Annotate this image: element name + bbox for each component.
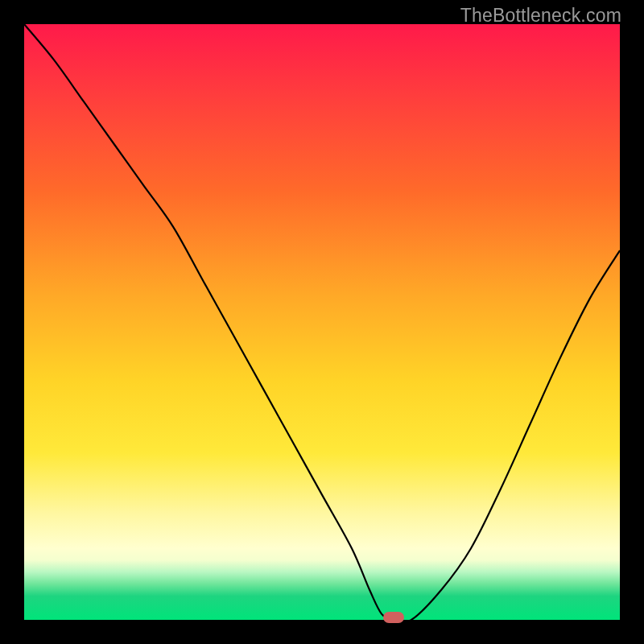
bottleneck-curve bbox=[24, 24, 620, 620]
plot-area bbox=[24, 24, 620, 620]
chart-container: TheBottleneck.com bbox=[0, 0, 644, 644]
curve-path bbox=[24, 24, 620, 622]
optimal-marker bbox=[383, 612, 404, 623]
watermark-text: TheBottleneck.com bbox=[460, 5, 621, 27]
